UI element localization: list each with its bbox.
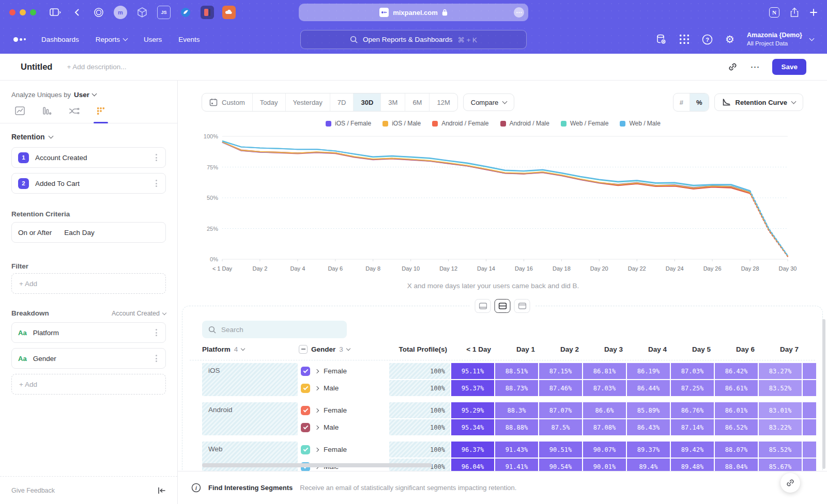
retention-value-cell[interactable]: 96.04% [451, 459, 494, 471]
extension-js-icon[interactable]: JS [157, 6, 171, 19]
copy-link-icon[interactable] [728, 62, 738, 72]
nav-dashboards[interactable]: Dashboards [41, 36, 79, 43]
range-button-3m[interactable]: 3M [381, 93, 405, 111]
retention-value-cell[interactable]: 91.41% [495, 459, 538, 471]
retention-value-cell[interactable]: 90.51% [539, 442, 582, 458]
extension-cube-icon[interactable] [135, 6, 149, 19]
range-button-6m[interactable]: 6M [405, 93, 430, 111]
layout-split-toggle[interactable] [495, 299, 511, 313]
retention-criteria-card[interactable]: On or After Each Day [11, 222, 166, 243]
address-bar[interactable]: mixpanel.com ⋯ [299, 4, 528, 21]
retention-value-cell[interactable]: 87.03% [583, 380, 626, 396]
platform-column-header[interactable]: Platform4 [202, 345, 298, 353]
retention-value-cell[interactable]: 85.67% [759, 459, 802, 471]
maximize-window-button[interactable] [30, 9, 36, 15]
retention-value-cell[interactable]: 86.6% [583, 402, 626, 418]
series-checkbox[interactable] [301, 406, 310, 415]
legend-item[interactable]: Android / Female [432, 120, 488, 127]
retention-value-cell[interactable]: 91.43% [495, 442, 538, 458]
retention-value-cell[interactable]: 89.4% [627, 459, 670, 471]
legend-item[interactable]: Web / Male [620, 120, 660, 127]
retention-value-cell[interactable]: 87.46% [539, 380, 582, 396]
range-button-7d[interactable]: 7D [330, 93, 354, 111]
series-checkbox[interactable] [301, 384, 310, 393]
retention-value-cell[interactable]: 83.01% [759, 402, 802, 418]
range-button-custom[interactable]: Custom [202, 93, 253, 111]
retention-value-cell[interactable]: 89.48% [671, 459, 714, 471]
retention-value-cell[interactable]: 96.37% [451, 442, 494, 458]
gender-cell-male[interactable]: Male [299, 380, 388, 396]
extension-target-icon[interactable] [92, 6, 105, 19]
close-window-button[interactable] [9, 9, 16, 15]
retention-value-cell[interactable]: 85.52% [759, 442, 802, 458]
retention-value-cell[interactable]: 87.15% [539, 363, 582, 379]
criteria-interval-select[interactable]: Each Day [64, 229, 95, 237]
retention-value-cell[interactable]: 83.22% [759, 419, 802, 435]
retention-value-cell[interactable]: 86.42% [715, 363, 758, 379]
report-title[interactable]: Untitled [21, 62, 52, 72]
retention-value-cell[interactable]: 86.19% [627, 363, 670, 379]
extension-m-avatar-icon[interactable]: m [114, 6, 127, 19]
minimize-window-button[interactable] [20, 9, 26, 15]
collapse-sidebar-icon[interactable] [158, 487, 166, 494]
series-checkbox[interactable] [301, 423, 310, 432]
vertical-scrollbar[interactable] [822, 319, 825, 469]
retention-value-cell[interactable]: 85.89% [627, 402, 670, 418]
share-link-floating-button[interactable] [780, 473, 800, 493]
retention-value-cell[interactable]: 87.07% [539, 402, 582, 418]
kebab-menu-icon[interactable] [154, 178, 159, 189]
retention-value-cell[interactable]: 86.52% [715, 419, 758, 435]
retention-value-cell[interactable]: 87.25% [671, 380, 714, 396]
table-search-input[interactable]: Search [202, 321, 347, 338]
help-icon[interactable]: ? [702, 34, 713, 45]
range-button-today[interactable]: Today [253, 93, 286, 111]
retention-value-cell[interactable]: 90.54% [539, 459, 582, 471]
retention-value-cell[interactable]: 89.42% [671, 442, 714, 458]
compare-button[interactable]: Compare [463, 93, 514, 111]
kebab-menu-icon[interactable] [154, 353, 159, 364]
retention-value-cell[interactable]: 86.43% [627, 419, 670, 435]
report-description-placeholder[interactable]: + Add description... [67, 63, 126, 71]
legend-item[interactable]: Web / Female [561, 120, 608, 127]
horizontal-scrollbar[interactable] [202, 463, 432, 467]
global-search-button[interactable]: Open Reports & Dashboards ⌘ + K [300, 30, 527, 49]
select-all-checkbox[interactable] [299, 345, 308, 354]
criteria-mode-select[interactable]: On or After [18, 229, 52, 237]
expand-chevron-icon[interactable] [315, 425, 319, 429]
data-management-icon[interactable] [655, 34, 667, 45]
apps-grid-icon[interactable] [679, 34, 690, 44]
nav-users[interactable]: Users [144, 36, 162, 43]
mixpanel-logo-icon[interactable] [13, 37, 26, 42]
legend-item[interactable]: iOS / Female [326, 120, 371, 127]
range-button-30d[interactable]: 30D [354, 93, 381, 111]
extension-red-panel-icon[interactable] [201, 6, 214, 19]
unit-count-toggle[interactable]: # [673, 93, 690, 111]
range-button-12m[interactable]: 12M [430, 93, 457, 111]
gender-cell-female[interactable]: Female [299, 442, 388, 458]
retention-value-cell[interactable]: 90.01% [583, 459, 626, 471]
retention-value-cell[interactable]: 95.11% [451, 363, 494, 379]
gender-cell-male[interactable]: Male [299, 419, 388, 435]
window-controls[interactable] [9, 9, 36, 15]
series-checkbox[interactable] [301, 445, 310, 454]
retention-step-1[interactable]: 1 Account Created [11, 147, 166, 168]
retention-value-cell[interactable]: 86.44% [627, 380, 670, 396]
retention-value-cell[interactable]: 88.51% [495, 363, 538, 379]
project-switcher[interactable]: Amazonia {Demo} All Project Data [747, 32, 814, 47]
gender-cell-female[interactable]: Female [299, 363, 388, 379]
extension-cloud-icon[interactable] [222, 6, 236, 19]
breakdown-item-platform[interactable]: Aa Platform [11, 322, 166, 343]
kebab-menu-icon[interactable] [154, 327, 159, 338]
retention-step-2[interactable]: 2 Added To Cart [11, 173, 166, 194]
gender-column-header[interactable]: Gender3 [299, 345, 388, 354]
retention-value-cell[interactable]: 86.81% [583, 363, 626, 379]
view-type-button[interactable]: Retention Curve [714, 93, 803, 111]
retention-value-cell[interactable]: 87.14% [671, 419, 714, 435]
unit-percent-toggle[interactable]: % [690, 93, 709, 111]
retention-value-cell[interactable]: 95.37% [451, 380, 494, 396]
segments-title[interactable]: Find Interesting Segments [208, 484, 293, 492]
expand-chevron-icon[interactable] [315, 408, 319, 412]
legend-item[interactable]: Android / Male [500, 120, 549, 127]
settings-gear-icon[interactable]: ⚙ [725, 34, 734, 44]
share-icon[interactable] [790, 7, 799, 18]
